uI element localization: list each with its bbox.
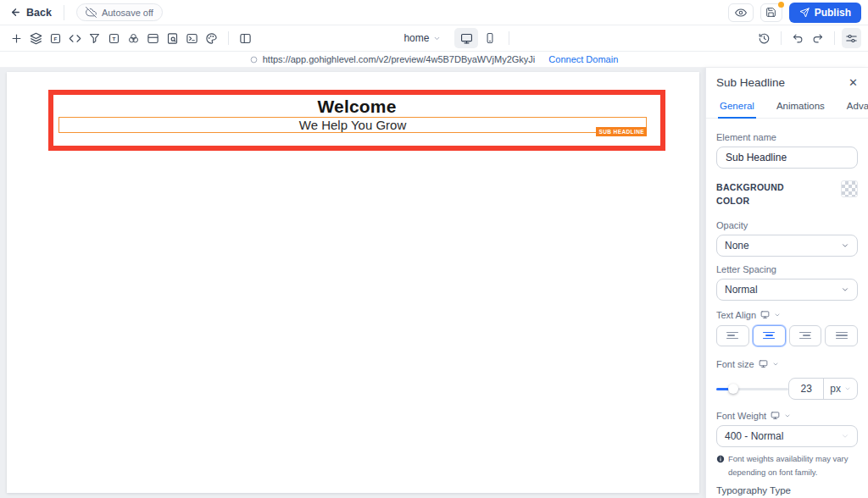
panels-button[interactable] [236, 28, 255, 48]
version-history-button[interactable] [754, 28, 774, 48]
background-color-label: Background Color [716, 180, 789, 208]
redo-button[interactable] [808, 28, 827, 48]
divider [64, 5, 64, 20]
info-icon [716, 455, 725, 463]
divider [228, 31, 229, 45]
console-button[interactable] [182, 28, 202, 48]
letter-spacing-value: Normal [725, 284, 758, 296]
columns-icon [239, 32, 252, 45]
undo-button[interactable] [788, 28, 808, 48]
opacity-select[interactable]: None [716, 235, 858, 257]
chevron-down-icon[interactable] [774, 312, 781, 318]
smartphone-icon [484, 32, 496, 44]
publish-button[interactable]: Publish [789, 3, 861, 23]
autosave-toggle[interactable]: Autosave off [76, 3, 163, 21]
tab-advanced[interactable]: Advanced [845, 97, 868, 118]
builder-toolbar: F T home [0, 25, 868, 52]
chevron-down-icon [841, 285, 849, 294]
subheadline-text[interactable]: We Help You Grow [59, 118, 646, 132]
chevron-down-icon[interactable] [772, 361, 779, 368]
text-icon: T [108, 32, 120, 45]
arrow-left-icon [10, 7, 21, 18]
add-element-button[interactable] [7, 28, 26, 48]
connect-domain-link[interactable]: Connect Domain [548, 54, 618, 64]
close-icon[interactable]: ✕ [849, 76, 858, 89]
back-button[interactable]: Back [10, 7, 52, 19]
sliders-icon [845, 32, 858, 45]
plus-icon [10, 32, 23, 45]
font-size-slider[interactable] [716, 384, 788, 394]
font-weight-select[interactable]: 400 - Normal [716, 425, 858, 447]
tab-animations[interactable]: Animations [775, 97, 826, 118]
autosave-label: Autosave off [102, 8, 153, 18]
save-button[interactable] [760, 3, 782, 22]
desktop-view-button[interactable] [454, 28, 478, 48]
sections-button[interactable] [143, 28, 163, 48]
palette-icon [205, 32, 218, 45]
history-icon [758, 32, 771, 45]
chevron-down-icon[interactable] [784, 412, 791, 419]
monitor-icon [760, 310, 770, 319]
letter-spacing-label: Letter Spacing [716, 264, 858, 274]
custom-code-button[interactable] [65, 28, 85, 48]
font-weight-label: Font Weight [716, 411, 766, 421]
align-center-button[interactable] [753, 325, 786, 346]
font-weight-value: 400 - Normal [725, 430, 783, 442]
top-bar: Back Autosave off Publish [0, 0, 868, 25]
chevron-down-icon [433, 35, 441, 42]
align-justify-button[interactable] [825, 325, 858, 346]
seo-button[interactable] [163, 28, 182, 48]
unsaved-badge [778, 2, 784, 8]
typography-type-label: Typography Type [716, 485, 858, 495]
slider-thumb[interactable] [728, 384, 738, 394]
selected-subheadline-element[interactable]: We Help You Grow SUB HEADLINE [58, 117, 647, 133]
layers-icon [30, 32, 42, 45]
funnel-icon [88, 32, 101, 45]
text-align-label: Text Align [716, 310, 756, 320]
undo-icon [792, 32, 804, 45]
chevron-down-icon [841, 432, 849, 440]
layers-button[interactable] [26, 28, 46, 48]
forms-button[interactable]: F [46, 28, 65, 48]
settings-toggle-button[interactable] [842, 28, 861, 48]
terminal-icon [186, 32, 198, 45]
text-button[interactable]: T [104, 28, 124, 48]
font-size-label: Font size [716, 359, 754, 369]
blend-icon [127, 32, 140, 45]
font-size-unit-select[interactable]: px [823, 379, 857, 399]
blend-button[interactable] [124, 28, 143, 48]
mobile-view-button[interactable] [478, 28, 502, 48]
element-name-label: Element name [716, 132, 858, 142]
tab-general[interactable]: General [718, 97, 756, 119]
letter-spacing-select[interactable]: Normal [716, 279, 858, 301]
page-selector[interactable]: home [403, 32, 441, 44]
monitor-icon [759, 359, 768, 368]
settings-panel: Sub Headline ✕ General Animations Advanc… [705, 68, 868, 498]
align-right-button[interactable] [789, 325, 822, 346]
background-color-swatch[interactable] [841, 180, 858, 197]
preview-url: https://app.gohighlevel.com/v2/preview/4… [263, 54, 536, 64]
align-left-button[interactable] [716, 325, 749, 346]
redo-icon [811, 32, 824, 45]
selected-section[interactable]: Welcome We Help You Grow SUB HEADLINE [48, 90, 665, 151]
eye-icon [735, 7, 747, 19]
panel-tabs: General Animations Advanced [706, 97, 868, 119]
publish-label: Publish [815, 7, 851, 19]
page-name: home [403, 32, 429, 44]
theme-button[interactable] [202, 28, 221, 48]
funnel-button[interactable] [85, 28, 104, 48]
preview-button[interactable] [728, 3, 754, 22]
font-size-input[interactable]: 23 [789, 379, 823, 399]
cloud-off-icon [86, 7, 97, 18]
headline-text[interactable]: Welcome [53, 97, 660, 117]
page-canvas[interactable]: Welcome We Help You Grow SUB HEADLINE [7, 72, 699, 493]
chevron-down-icon [844, 385, 851, 392]
monitor-icon [771, 411, 780, 420]
chevron-down-icon [841, 241, 849, 250]
svg-text:T: T [113, 36, 116, 42]
element-tag-badge: SUB HEADLINE [596, 127, 647, 136]
divider [834, 31, 835, 45]
page-search-icon [166, 32, 179, 45]
element-name-input[interactable] [716, 147, 858, 169]
save-icon [765, 7, 776, 18]
